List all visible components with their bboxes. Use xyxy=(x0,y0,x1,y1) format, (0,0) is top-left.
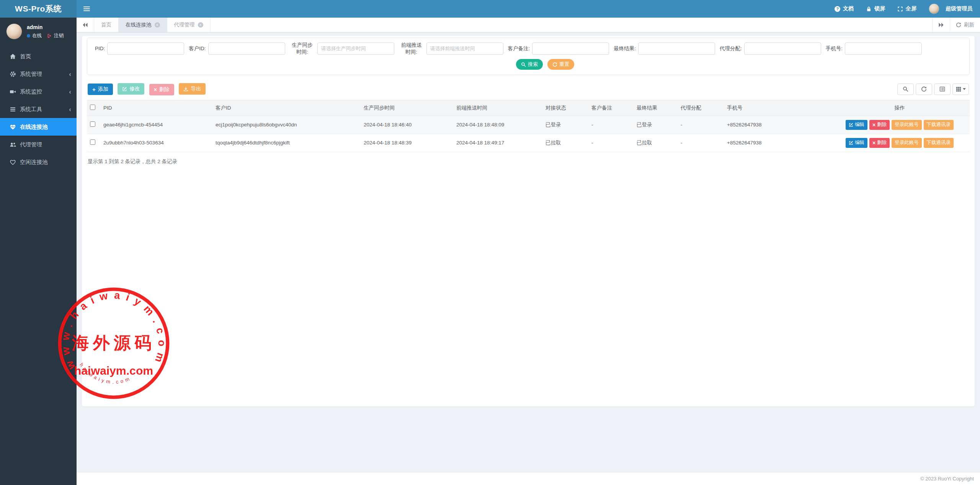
result-input[interactable] xyxy=(638,43,715,55)
sidebar-toggle-button[interactable] xyxy=(77,0,96,18)
table-columns-button[interactable] xyxy=(952,84,969,95)
sidebar-item-home[interactable]: 首页 xyxy=(0,48,77,65)
cell-sync-time: 2024-04-18 18:48:39 xyxy=(361,134,453,152)
column-header-client-id: 客户ID xyxy=(212,100,361,116)
page-footer: © 2023 RuoYi Copyright xyxy=(77,472,980,485)
edit-button[interactable]: 修改 xyxy=(118,83,144,95)
sidebar-item-label: 系统管理 xyxy=(20,70,42,78)
tab-refresh-button[interactable]: 刷新 xyxy=(950,18,980,32)
phone-input[interactable] xyxy=(845,43,922,55)
column-header-result: 最终结果 xyxy=(634,100,678,116)
pid-input[interactable] xyxy=(107,43,184,55)
chevron-down-icon xyxy=(963,88,966,90)
table-search-toggle-button[interactable] xyxy=(897,84,914,95)
search-form: PID: 客户ID: 生产同步时间: 前端推送时间: 客户备注: xyxy=(87,38,970,75)
row-login-account-button[interactable]: 登录此账号 xyxy=(892,120,922,130)
cell-sync-time: 2024-04-18 18:46:40 xyxy=(361,116,453,134)
search-icon xyxy=(521,62,526,67)
monitor-icon xyxy=(10,88,16,95)
field-label: 前端推送时间: xyxy=(399,42,424,55)
table-detail-view-button[interactable] xyxy=(934,84,951,95)
row-edit-button[interactable]: 编辑 xyxy=(846,138,867,148)
cell-phone: +85262647938 xyxy=(724,134,830,152)
search-field-result: 最终结果: xyxy=(614,43,715,55)
sidebar-item-idle-pool[interactable]: 空闲连接池 xyxy=(0,153,77,171)
cell-client-id: tqoqta4jb9dj646dtdhjf8nc6pjgkift xyxy=(212,134,361,152)
tab-home[interactable]: 首页 xyxy=(94,18,119,32)
column-header-agent: 代理分配 xyxy=(678,100,724,116)
delete-button[interactable]: 删除 xyxy=(149,84,174,95)
search-field-sync-time: 生产同步时间: xyxy=(290,42,394,55)
push-time-input[interactable] xyxy=(426,43,503,55)
row-edit-button[interactable]: 编辑 xyxy=(846,120,867,130)
tabs-scroll-right-button[interactable] xyxy=(932,18,950,32)
row-checkbox[interactable] xyxy=(90,139,95,145)
chevron-left-icon xyxy=(69,106,71,113)
add-button[interactable]: 添加 xyxy=(88,84,113,95)
lock-icon xyxy=(866,6,872,12)
tab-online-pool[interactable]: 在线连接池 xyxy=(119,18,167,32)
avatar[interactable] xyxy=(929,3,939,14)
sidebar-item-label: 系统监控 xyxy=(20,88,42,95)
row-download-contacts-button[interactable]: 下载通讯录 xyxy=(924,138,954,148)
row-download-contacts-button[interactable]: 下载通讯录 xyxy=(924,120,954,130)
content-area: PID: 客户ID: 生产同步时间: 前端推送时间: 客户备注: xyxy=(77,33,980,472)
cell-status: 已登录 xyxy=(542,116,588,134)
agent-input[interactable] xyxy=(744,43,821,55)
sidebar-item-agent-manage[interactable]: 代理管理 xyxy=(0,136,77,153)
refresh-icon xyxy=(552,62,557,67)
table-refresh-button[interactable] xyxy=(916,84,932,95)
cell-agent: - xyxy=(678,116,724,134)
pagination-summary: 显示第 1 到第 2 条记录，总共 2 条记录 xyxy=(87,158,970,165)
cell-remark: - xyxy=(588,116,634,134)
row-delete-button[interactable]: 删除 xyxy=(869,138,890,148)
row-checkbox[interactable] xyxy=(90,121,95,127)
search-field-pid: PID: xyxy=(95,43,184,55)
tabs-scroll-left-button[interactable] xyxy=(77,18,94,32)
user-menu[interactable]: 超级管理员 xyxy=(946,5,972,12)
download-icon xyxy=(183,87,188,92)
field-label: 手机号: xyxy=(826,45,843,52)
column-header-sync-time: 生产同步时间 xyxy=(361,100,453,116)
users-icon xyxy=(10,141,16,148)
column-header-pid: PID xyxy=(100,100,212,116)
cell-pid: 2u9ubbh7nlo4h03-503634 xyxy=(100,134,212,152)
fullscreen-link[interactable]: 全屏 xyxy=(897,5,916,12)
sidebar-item-label: 代理管理 xyxy=(20,141,42,148)
export-button[interactable]: 导出 xyxy=(179,83,206,95)
search-field-agent: 代理分配: xyxy=(720,43,821,55)
field-label: PID: xyxy=(95,46,105,51)
close-icon[interactable] xyxy=(198,22,203,28)
sidebar-item-system-manage[interactable]: 系统管理 xyxy=(0,65,77,83)
sync-time-input[interactable] xyxy=(317,43,394,55)
lock-screen-link[interactable]: 锁屏 xyxy=(866,5,885,12)
row-delete-button[interactable]: 删除 xyxy=(869,120,890,130)
search-field-remark: 客户备注: xyxy=(508,43,609,55)
sidebar-item-label: 空闲连接池 xyxy=(20,159,48,166)
select-all-checkbox[interactable] xyxy=(90,105,95,110)
logout-link[interactable]: 注销 xyxy=(54,33,64,39)
edit-icon xyxy=(849,141,853,145)
heart-icon xyxy=(10,159,16,165)
docs-link[interactable]: 文档 xyxy=(835,5,854,12)
tab-agent-manage[interactable]: 代理管理 xyxy=(167,18,211,32)
sidebar-item-online-pool[interactable]: 在线连接池 xyxy=(0,118,77,136)
home-icon xyxy=(10,53,16,60)
close-icon[interactable] xyxy=(155,22,160,28)
sidebar-item-system-tools[interactable]: 系统工具 xyxy=(0,100,77,118)
content-card: PID: 客户ID: 生产同步时间: 前端推送时间: 客户备注: xyxy=(82,36,975,406)
table-row: 2u9ubbh7nlo4h03-503634 tqoqta4jb9dj646dt… xyxy=(87,134,970,152)
remark-input[interactable] xyxy=(532,43,609,55)
reset-button[interactable]: 重置 xyxy=(547,59,574,70)
client-id-input[interactable] xyxy=(208,43,285,55)
cell-push-time: 2024-04-18 18:48:09 xyxy=(453,116,542,134)
lock-label: 锁屏 xyxy=(874,5,885,12)
table-row: geae46jhi1gcmcb-454454 ecj1poij0kcpehpuj… xyxy=(87,116,970,134)
field-label: 代理分配: xyxy=(720,45,742,52)
user-name: admin xyxy=(27,24,64,30)
sidebar-item-system-monitor[interactable]: 系统监控 xyxy=(0,83,77,100)
tab-label: 首页 xyxy=(101,21,111,28)
row-login-account-button[interactable]: 登录此账号 xyxy=(892,138,922,148)
search-button[interactable]: 搜索 xyxy=(516,59,543,70)
tab-label: 代理管理 xyxy=(174,21,195,28)
